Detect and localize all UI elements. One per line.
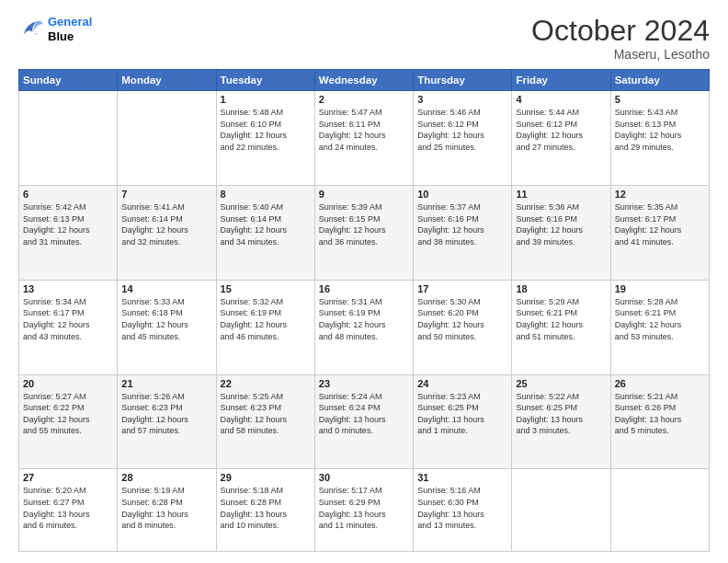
calendar-table: SundayMondayTuesdayWednesdayThursdayFrid… xyxy=(18,69,710,552)
cell-content: Sunrise: 5:37 AM Sunset: 6:16 PM Dayligh… xyxy=(417,201,507,247)
calendar-week-row: 13Sunrise: 5:34 AM Sunset: 6:17 PM Dayli… xyxy=(19,280,710,374)
day-number: 14 xyxy=(121,283,211,294)
cell-content: Sunrise: 5:47 AM Sunset: 6:11 PM Dayligh… xyxy=(319,107,409,153)
day-number: 27 xyxy=(23,472,113,483)
cell-content: Sunrise: 5:25 AM Sunset: 6:23 PM Dayligh… xyxy=(221,391,311,437)
calendar-cell xyxy=(19,91,118,186)
cell-content: Sunrise: 5:23 AM Sunset: 6:25 PM Dayligh… xyxy=(417,391,507,437)
calendar-cell: 18Sunrise: 5:29 AM Sunset: 6:21 PM Dayli… xyxy=(512,280,610,374)
cell-content: Sunrise: 5:31 AM Sunset: 6:19 PM Dayligh… xyxy=(319,296,409,342)
day-of-week-header: Saturday xyxy=(610,70,709,91)
calendar-week-row: 6Sunrise: 5:42 AM Sunset: 6:13 PM Daylig… xyxy=(19,186,710,281)
day-number: 2 xyxy=(319,94,409,105)
day-of-week-header: Sunday xyxy=(19,70,118,91)
day-number: 13 xyxy=(23,283,113,294)
day-number: 1 xyxy=(221,94,311,105)
day-of-week-header: Tuesday xyxy=(216,70,314,91)
cell-content: Sunrise: 5:27 AM Sunset: 6:22 PM Dayligh… xyxy=(23,391,113,437)
month-title: October 2024 xyxy=(531,15,710,47)
day-number: 15 xyxy=(221,283,311,294)
calendar-cell: 16Sunrise: 5:31 AM Sunset: 6:19 PM Dayli… xyxy=(314,280,413,374)
day-number: 7 xyxy=(121,189,211,200)
day-number: 5 xyxy=(615,94,705,105)
calendar-cell: 15Sunrise: 5:32 AM Sunset: 6:19 PM Dayli… xyxy=(216,280,314,374)
day-number: 21 xyxy=(121,378,211,389)
day-number: 26 xyxy=(615,378,705,389)
cell-content: Sunrise: 5:20 AM Sunset: 6:27 PM Dayligh… xyxy=(23,485,113,531)
cell-content: Sunrise: 5:28 AM Sunset: 6:21 PM Dayligh… xyxy=(615,296,705,342)
day-number: 16 xyxy=(319,283,409,294)
logo-icon xyxy=(18,17,44,42)
page: General Blue October 2024 Maseru, Lesoth… xyxy=(0,0,728,563)
cell-content: Sunrise: 5:44 AM Sunset: 6:12 PM Dayligh… xyxy=(516,107,606,153)
day-number: 19 xyxy=(615,283,705,294)
cell-content: Sunrise: 5:36 AM Sunset: 6:16 PM Dayligh… xyxy=(516,201,606,247)
calendar-cell: 1Sunrise: 5:48 AM Sunset: 6:10 PM Daylig… xyxy=(216,91,314,186)
day-number: 22 xyxy=(221,378,311,389)
cell-content: Sunrise: 5:22 AM Sunset: 6:25 PM Dayligh… xyxy=(516,391,606,437)
day-number: 18 xyxy=(516,283,606,294)
calendar-cell: 30Sunrise: 5:17 AM Sunset: 6:29 PM Dayli… xyxy=(314,469,413,552)
calendar-cell xyxy=(118,91,216,186)
cell-content: Sunrise: 5:32 AM Sunset: 6:19 PM Dayligh… xyxy=(221,296,311,342)
calendar-cell: 12Sunrise: 5:35 AM Sunset: 6:17 PM Dayli… xyxy=(610,186,709,281)
calendar-cell: 8Sunrise: 5:40 AM Sunset: 6:14 PM Daylig… xyxy=(216,186,314,281)
calendar-cell: 19Sunrise: 5:28 AM Sunset: 6:21 PM Dayli… xyxy=(610,280,709,374)
day-number: 23 xyxy=(319,378,409,389)
day-of-week-header: Thursday xyxy=(414,70,512,91)
logo-line1: General xyxy=(48,15,92,29)
calendar-cell: 14Sunrise: 5:33 AM Sunset: 6:18 PM Dayli… xyxy=(118,280,216,374)
cell-content: Sunrise: 5:43 AM Sunset: 6:13 PM Dayligh… xyxy=(615,107,705,153)
calendar-cell: 13Sunrise: 5:34 AM Sunset: 6:17 PM Dayli… xyxy=(19,280,118,374)
calendar-cell: 21Sunrise: 5:26 AM Sunset: 6:23 PM Dayli… xyxy=(118,374,216,469)
day-number: 6 xyxy=(23,189,113,200)
calendar-cell: 27Sunrise: 5:20 AM Sunset: 6:27 PM Dayli… xyxy=(19,469,118,552)
calendar-cell: 25Sunrise: 5:22 AM Sunset: 6:25 PM Dayli… xyxy=(512,374,610,469)
calendar-cell: 3Sunrise: 5:46 AM Sunset: 6:12 PM Daylig… xyxy=(414,91,512,186)
logo: General Blue xyxy=(18,15,92,43)
day-number: 24 xyxy=(417,378,507,389)
calendar-cell: 11Sunrise: 5:36 AM Sunset: 6:16 PM Dayli… xyxy=(512,186,610,281)
cell-content: Sunrise: 5:19 AM Sunset: 6:28 PM Dayligh… xyxy=(121,485,211,531)
location: Maseru, Lesotho xyxy=(531,47,710,62)
calendar-cell: 10Sunrise: 5:37 AM Sunset: 6:16 PM Dayli… xyxy=(414,186,512,281)
cell-content: Sunrise: 5:39 AM Sunset: 6:15 PM Dayligh… xyxy=(319,201,409,247)
cell-content: Sunrise: 5:16 AM Sunset: 6:30 PM Dayligh… xyxy=(417,485,507,531)
header: General Blue October 2024 Maseru, Lesoth… xyxy=(18,15,710,62)
calendar-cell: 4Sunrise: 5:44 AM Sunset: 6:12 PM Daylig… xyxy=(512,91,610,186)
day-of-week-header: Monday xyxy=(118,70,216,91)
day-number: 12 xyxy=(615,189,705,200)
day-number: 29 xyxy=(221,472,311,483)
calendar-cell: 29Sunrise: 5:18 AM Sunset: 6:28 PM Dayli… xyxy=(216,469,314,552)
day-number: 25 xyxy=(516,378,606,389)
cell-content: Sunrise: 5:42 AM Sunset: 6:13 PM Dayligh… xyxy=(23,201,113,247)
day-of-week-header: Wednesday xyxy=(314,70,413,91)
day-number: 3 xyxy=(417,94,507,105)
title-block: October 2024 Maseru, Lesotho xyxy=(531,15,710,62)
day-number: 30 xyxy=(319,472,409,483)
calendar-cell: 2Sunrise: 5:47 AM Sunset: 6:11 PM Daylig… xyxy=(314,91,413,186)
calendar-week-row: 1Sunrise: 5:48 AM Sunset: 6:10 PM Daylig… xyxy=(19,91,710,186)
calendar-cell: 17Sunrise: 5:30 AM Sunset: 6:20 PM Dayli… xyxy=(414,280,512,374)
calendar-week-row: 27Sunrise: 5:20 AM Sunset: 6:27 PM Dayli… xyxy=(19,469,710,552)
calendar-cell: 7Sunrise: 5:41 AM Sunset: 6:14 PM Daylig… xyxy=(118,186,216,281)
calendar-week-row: 20Sunrise: 5:27 AM Sunset: 6:22 PM Dayli… xyxy=(19,374,710,469)
cell-content: Sunrise: 5:26 AM Sunset: 6:23 PM Dayligh… xyxy=(121,391,211,437)
day-number: 9 xyxy=(319,189,409,200)
cell-content: Sunrise: 5:48 AM Sunset: 6:10 PM Dayligh… xyxy=(221,107,311,153)
day-number: 31 xyxy=(417,472,507,483)
cell-content: Sunrise: 5:21 AM Sunset: 6:26 PM Dayligh… xyxy=(615,391,705,437)
calendar-cell: 22Sunrise: 5:25 AM Sunset: 6:23 PM Dayli… xyxy=(216,374,314,469)
cell-content: Sunrise: 5:41 AM Sunset: 6:14 PM Dayligh… xyxy=(121,201,211,247)
calendar-header-row: SundayMondayTuesdayWednesdayThursdayFrid… xyxy=(19,70,710,91)
logo-text: General Blue xyxy=(48,15,92,43)
day-number: 28 xyxy=(121,472,211,483)
day-number: 4 xyxy=(516,94,606,105)
day-number: 20 xyxy=(23,378,113,389)
calendar-cell xyxy=(610,469,709,552)
day-number: 11 xyxy=(516,189,606,200)
cell-content: Sunrise: 5:33 AM Sunset: 6:18 PM Dayligh… xyxy=(121,296,211,342)
calendar-cell: 20Sunrise: 5:27 AM Sunset: 6:22 PM Dayli… xyxy=(19,374,118,469)
cell-content: Sunrise: 5:35 AM Sunset: 6:17 PM Dayligh… xyxy=(615,201,705,247)
cell-content: Sunrise: 5:17 AM Sunset: 6:29 PM Dayligh… xyxy=(319,485,409,531)
